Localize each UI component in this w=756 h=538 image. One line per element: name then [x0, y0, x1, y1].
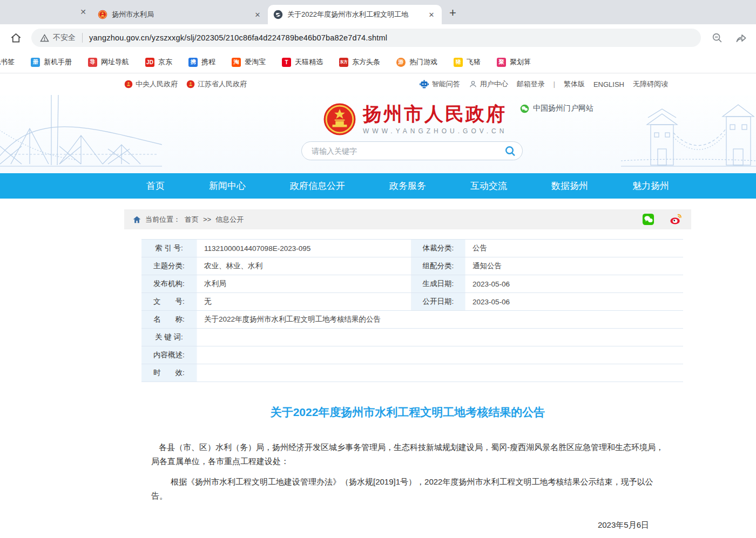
zoom-out-icon[interactable]	[710, 30, 725, 45]
meta-label: 关 键 词:	[141, 329, 197, 346]
english-version-link[interactable]: ENGLISH	[593, 80, 624, 88]
omnibox-divider	[82, 33, 83, 43]
link-jiangsu-gov[interactable]: 江苏省人民政府	[186, 79, 247, 89]
meta-label: 公开日期:	[411, 293, 465, 310]
meta-value: 水利局	[197, 275, 411, 292]
bookmarks-bar: 机书签 册 新机手册 导 网址导航 JD 京东 携 携程 淘 爱淘宝 T 天猫精…	[0, 51, 756, 73]
bookmark-label: 网址导航	[101, 57, 129, 67]
nav-item-services[interactable]: 政务服务	[389, 180, 426, 192]
wechat-icon	[520, 104, 529, 113]
breadcrumb-prefix: 当前位置：	[145, 215, 180, 224]
table-row: 文 号: 无 公开日期: 2023-05-06	[141, 293, 683, 311]
url-text[interactable]: yangzhou.gov.cn/yzszxxgk/slj/202305/210c…	[89, 33, 387, 42]
bookmark-item[interactable]: 淘 爱淘宝	[232, 57, 266, 67]
gov-links-strip: 中央人民政府 江苏省人民政府 智能问答 用户中心 邮箱登录	[0, 73, 756, 95]
bookmark-label: 聚划算	[510, 57, 531, 67]
games-icon: 游	[396, 58, 406, 67]
table-row: 关 键 词:	[141, 329, 683, 346]
article-paragraph: 各县（市、区）水利（务）局，扬州经济开发区城乡事务管理局，生态科技新城规划建设局…	[151, 440, 664, 468]
ctrip-icon: 携	[188, 58, 198, 67]
meta-value: 通知公告	[465, 257, 683, 275]
nav-site-icon: 导	[88, 58, 97, 67]
tab-active-announcement[interactable]: 关于2022年度扬州市水利工程文明工地 ✕	[268, 5, 442, 24]
bookmark-item[interactable]: 携 携程	[188, 57, 215, 67]
breadcrumb-home-link[interactable]: 首页	[185, 215, 199, 224]
link-label: 繁体版	[564, 79, 585, 89]
meta-value	[197, 364, 683, 382]
nav-item-info-disclosure[interactable]: 政府信息公开	[290, 180, 345, 192]
smart-qa-link[interactable]: 智能问答	[419, 79, 460, 89]
mail-login-link[interactable]: 邮箱登录	[517, 79, 545, 89]
gov-emblem-favicon	[98, 10, 107, 19]
meta-label: 体裁分类:	[411, 240, 465, 257]
meta-value: 关于2022年度扬州市水利工程文明工地考核结果的公告	[197, 311, 683, 328]
bookmark-item[interactable]: 机书签	[0, 57, 15, 67]
share-icon[interactable]	[733, 30, 748, 45]
table-row: 内容概述:	[141, 346, 683, 364]
nav-item-data[interactable]: 数据扬州	[551, 180, 588, 192]
new-tab-button[interactable]: +	[449, 7, 456, 19]
link-label: 用户中心	[480, 79, 508, 89]
breadcrumb-separator: >>	[203, 215, 211, 223]
meta-label: 时 效:	[141, 364, 197, 382]
article-date: 2023年5月6日	[151, 520, 664, 530]
search-icon[interactable]	[504, 145, 517, 158]
link-label: 智能问答	[432, 79, 460, 89]
link-label: 江苏省人民政府	[198, 79, 247, 89]
user-center-link[interactable]: 用户中心	[469, 79, 508, 89]
bookmark-item[interactable]: 聚 聚划算	[497, 57, 531, 67]
browser-window: ✕ 扬州市水利局 ✕ 关于2022年度扬州市水利工程文明工地 ✕ + 不安全	[0, 0, 756, 538]
bookmark-item[interactable]: 游 热门游戏	[396, 57, 437, 67]
article-title: 关于2022年度扬州市水利工程文明工地考核结果的公告	[151, 405, 664, 420]
bookmark-label: 天猫精选	[295, 57, 323, 67]
bookmark-item[interactable]: 导 网址导航	[88, 57, 129, 67]
nav-item-news[interactable]: 新闻中心	[209, 180, 246, 192]
juhuasuan-icon: 聚	[497, 58, 506, 67]
traditional-version-link[interactable]: 繁体版	[564, 79, 585, 89]
table-row: 名 称: 关于2022年度扬州市水利工程文明工地考核结果的公告	[141, 311, 683, 329]
site-masthead: 扬州市人民政府 WWW.YANGZHOU.GOV.CN 中国扬州门户网站	[0, 95, 756, 173]
home-icon[interactable]	[8, 30, 24, 46]
close-icon[interactable]: ✕	[253, 11, 262, 19]
bookmark-item[interactable]: 册 新机手册	[31, 57, 72, 67]
omnibox[interactable]: 不安全 yangzhou.gov.cn/yzszxxgk/slj/202305/…	[31, 29, 701, 47]
breadcrumb-section-link[interactable]: 信息公开	[215, 215, 244, 224]
tab-yangzhou-water-bureau[interactable]: 扬州市水利局 ✕	[92, 5, 268, 24]
bookmark-item[interactable]: T 天猫精选	[282, 57, 323, 67]
weibo-share-icon[interactable]	[670, 213, 683, 226]
close-icon[interactable]: ✕	[427, 11, 436, 19]
warning-icon	[40, 33, 49, 43]
bookmark-item[interactable]: JD 京东	[145, 57, 172, 67]
site-title: 扬州市人民政府	[363, 104, 507, 125]
bridge-sketch-right	[621, 95, 756, 173]
meta-label: 发布机构:	[141, 275, 197, 292]
site-logo[interactable]: 扬州市人民政府 WWW.YANGZHOU.GOV.CN	[323, 103, 507, 136]
link-label: ENGLISH	[593, 80, 624, 88]
meta-label: 名 称:	[141, 311, 197, 328]
accessibility-link[interactable]: 无障碍阅读	[633, 79, 668, 89]
bookmark-label: 新机手册	[44, 57, 72, 67]
link-central-gov[interactable]: 中央人民政府	[124, 79, 178, 89]
security-label[interactable]: 不安全	[53, 33, 76, 43]
bridge-sketch-left	[0, 95, 162, 173]
bookmark-item[interactable]: 猪 飞猪	[454, 57, 481, 67]
nav-item-home[interactable]: 首页	[146, 180, 165, 192]
bookmark-item[interactable]: 东方 东方头条	[339, 57, 380, 67]
meta-label: 生成日期:	[411, 275, 465, 292]
home-icon	[133, 216, 141, 223]
site-favicon	[273, 10, 283, 19]
bookmark-label: 机书签	[0, 57, 15, 67]
nav-item-charm[interactable]: 魅力扬州	[632, 180, 669, 192]
wechat-share-icon[interactable]	[642, 213, 654, 226]
portal-tag[interactable]: 中国扬州门户网站	[520, 104, 593, 113]
article: 关于2022年度扬州市水利工程文明工地考核结果的公告 各县（市、区）水利（务）局…	[124, 405, 691, 538]
nav-item-interaction[interactable]: 互动交流	[470, 180, 507, 192]
jd-icon: JD	[145, 58, 154, 67]
search-box	[301, 141, 523, 160]
close-icon[interactable]: ✕	[77, 6, 89, 18]
search-input[interactable]	[312, 147, 504, 155]
bookmark-label: 京东	[158, 57, 172, 67]
bookmark-label: 飞猪	[467, 57, 481, 67]
meta-label: 索 引 号:	[141, 240, 197, 257]
meta-value: 无	[197, 293, 411, 310]
